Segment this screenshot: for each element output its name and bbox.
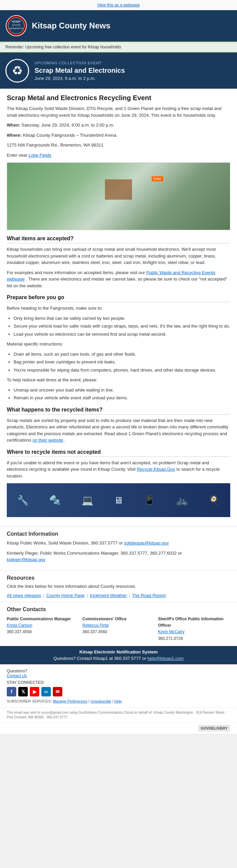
event-banner-text: Upcoming Collection Event Scrap Metal an… bbox=[35, 61, 125, 81]
youtube-icon[interactable]: ▶ bbox=[30, 687, 39, 696]
list-item: You're responsible for wiping data from … bbox=[14, 367, 230, 374]
prepare-bullets1: Only bring items that can be safely carr… bbox=[7, 315, 230, 338]
alert-bar: Reminder: Upcoming free collection event… bbox=[0, 41, 237, 53]
other-contacts-title: Other Contacts bbox=[7, 606, 230, 613]
recycle-icon-wrap: ♻ bbox=[5, 59, 29, 83]
list-item: Drain all items, such as yard care tools… bbox=[14, 351, 230, 358]
lobe-fields-link[interactable]: Lobe Fields bbox=[28, 153, 51, 158]
footer-notification-text: Questions? Contact Kitsap1 at 360.337.57… bbox=[3, 656, 234, 661]
subscriber-line: SUBSCRIBER SERVICES: Manage Preferences … bbox=[7, 699, 230, 703]
resources-intro: Click the links below for more informati… bbox=[7, 583, 230, 590]
reduce-label: To help reduce wait times at the event, … bbox=[7, 377, 230, 383]
contact-phone-1: 360.337.4560 bbox=[82, 629, 107, 634]
where-value: Kitsap County Fairgrounds – Thunderbird … bbox=[23, 133, 117, 138]
kpleger-email-link[interactable]: kpleger@kitsap.gov bbox=[7, 557, 45, 562]
govdelivery-logo: GOVDELIVERY bbox=[198, 725, 230, 732]
contact-col-2: Sheriff's Office Public Information Offi… bbox=[158, 616, 230, 642]
list-item: Bag printer and toner cartridges to prev… bbox=[14, 359, 230, 365]
help-kitsap-link[interactable]: help@kitsap1.com bbox=[147, 656, 184, 661]
footer-notification: Kitsap Electronic Notification System Qu… bbox=[0, 646, 237, 664]
all-news-releases-link[interactable]: All news releases bbox=[7, 593, 41, 598]
accepted-para2: For examples and more information on acc… bbox=[7, 269, 230, 289]
county-home-page-link[interactable]: County Home Page bbox=[46, 593, 85, 598]
contact-col-title-2: Sheriff's Office Public Information Offi… bbox=[158, 616, 230, 629]
when-field: When: Saturday, June 29, 2024, 9:00 a.m.… bbox=[7, 122, 230, 129]
email-header: KITSAP COUNTY WASHINGTON Kitsap County N… bbox=[0, 10, 237, 41]
top-link-bar: View this as a webpage bbox=[0, 0, 237, 10]
prepare-bullets3: Unstrap and uncover your load while wait… bbox=[7, 387, 230, 401]
page-title: Scrap Metal and Electronics Recycling Ev… bbox=[7, 94, 230, 102]
manage-prefs-link[interactable]: Manage Preferences bbox=[53, 699, 87, 703]
article-intro: The Kitsap County Solid Waste Division, … bbox=[7, 105, 230, 118]
linkedin-icon[interactable]: in bbox=[41, 687, 51, 696]
items-banner: 🔧 🔩 💻 🖥 📱 🚲 🍳 bbox=[7, 483, 230, 517]
email-wrapper: View this as a webpage KITSAP COUNTY WAS… bbox=[0, 0, 237, 734]
event-banner-date: June 29, 2024, 9 a.m. to 2 p.m. bbox=[35, 76, 125, 81]
contact-name-link-1[interactable]: Rebecca Pirtle bbox=[82, 623, 109, 628]
resources-links: All news releases | County Home Page | I… bbox=[7, 593, 230, 598]
separator: | bbox=[87, 593, 88, 598]
contact-us-link[interactable]: Contact Us bbox=[7, 673, 27, 678]
contact-name-link-0[interactable]: Krista Carlson bbox=[7, 623, 32, 628]
other-contacts-section: Other Contacts Public Communications Man… bbox=[0, 602, 237, 646]
contact-col-0: Public Communications Manager Krista Car… bbox=[7, 616, 79, 642]
recycle-icon: ♻ bbox=[12, 64, 23, 78]
item-icon-monitor: 🖥 bbox=[114, 495, 123, 506]
solidwaste-email-link[interactable]: solidwaste@kitsap.gov bbox=[124, 540, 169, 546]
prepare-bullets2: Drain all items, such as yard care tools… bbox=[7, 351, 230, 374]
list-item: Load your vehicle so electronics can be … bbox=[14, 331, 230, 338]
help-link[interactable]: Help bbox=[114, 699, 122, 703]
their-website-link[interactable]: on their website bbox=[33, 438, 63, 443]
contact-line2: Kimberly Pleger, Public Works Communicat… bbox=[7, 550, 230, 563]
contact-col-1: Commissioners' Office Rebecca Pirtle 360… bbox=[82, 616, 154, 642]
not-accepted-para: If you're unable to attend the event or … bbox=[7, 460, 230, 480]
address-field: 1275 NW Fairgrounds Rd., Bremerton, WA 9… bbox=[7, 142, 230, 149]
item-icon-drill: 🔩 bbox=[49, 495, 61, 506]
section-title-recycled: What happens to the recycled items? bbox=[7, 407, 230, 415]
map-image bbox=[7, 162, 230, 230]
resources-title: Resources bbox=[7, 575, 230, 581]
disclaimer-text: This email was sent to xxxxx@gmail.com u… bbox=[7, 711, 226, 719]
contact-line1: Kitsap Public Works, Solid Waste Divisio… bbox=[7, 540, 230, 547]
section-title-accepted: What items are accepted? bbox=[7, 236, 230, 243]
header-title: Kitsap County News bbox=[32, 21, 110, 30]
twitter-x-icon[interactable]: 𝕏 bbox=[18, 687, 28, 696]
contact-col-title-0: Public Communications Manager bbox=[7, 616, 79, 622]
item-icon-tools: 🔧 bbox=[17, 495, 29, 506]
contact-name-link-2[interactable]: Kevin McCarty bbox=[158, 629, 185, 634]
view-as-webpage-link[interactable]: View this as a webpage bbox=[97, 3, 140, 7]
inclement-weather-link[interactable]: Inclement Weather bbox=[90, 593, 127, 598]
disclaimer: This email was sent to xxxxx@gmail.com u… bbox=[0, 707, 237, 722]
facebook-icon[interactable]: f bbox=[7, 687, 16, 696]
road-report-link[interactable]: The Road Report bbox=[132, 593, 166, 598]
recycle-kitsap-link[interactable]: Recycle.Kitsap.Gov bbox=[137, 467, 175, 472]
contact-title: Contact Information bbox=[7, 531, 230, 537]
event-banner-title: Scrap Metal and Electronics bbox=[35, 66, 125, 74]
recycled-para: Scrap metals are sorted by property and … bbox=[7, 417, 230, 444]
email-social-icon[interactable]: ✉ bbox=[53, 687, 62, 696]
contact-phone-2: 360.271.0728 bbox=[158, 636, 183, 641]
item-icon-phone: 📱 bbox=[144, 495, 155, 506]
footer-notification-title: Kitsap Electronic Notification System bbox=[3, 649, 234, 654]
govdelivery-footer: GOVDELIVERY bbox=[0, 722, 237, 734]
contact-phone-0: 360.337.4558 bbox=[7, 629, 31, 634]
item-icon-bike: 🚲 bbox=[176, 495, 188, 506]
accepted-para1: Kitsap households can bring one carload … bbox=[7, 246, 230, 266]
material-label: Material specific instructions: bbox=[7, 341, 230, 348]
where-label: Where: bbox=[7, 133, 22, 138]
resources-section: Resources Click the links below for more… bbox=[0, 571, 237, 602]
main-content: Scrap Metal and Electronics Recycling Ev… bbox=[0, 89, 237, 527]
prepare-intro: Before heading to the Fairgrounds, make … bbox=[7, 305, 230, 312]
unsubscribe-link[interactable]: Unsubscribe bbox=[90, 699, 111, 703]
enter-text: Enter near Lobe Fields bbox=[7, 152, 230, 159]
section-title-prepare: Prepare before you go bbox=[7, 294, 230, 302]
list-item: Secure your vehicle load for safer roads… bbox=[14, 323, 230, 330]
county-logo: KITSAP COUNTY WASHINGTON bbox=[5, 15, 27, 37]
bottom-area: Questions? Contact Us STAY CONNECTED: f … bbox=[0, 664, 237, 707]
where-field: Where: Kitsap County Fairgrounds – Thund… bbox=[7, 132, 230, 139]
separator: | bbox=[43, 593, 44, 598]
event-banner: ♻ Upcoming Collection Event Scrap Metal … bbox=[0, 53, 237, 89]
subscriber-label: SUBSCRIBER SERVICES: bbox=[7, 699, 52, 703]
alert-text: Reminder: Upcoming free collection event… bbox=[5, 45, 121, 49]
list-item: Remain in your vehicle while event staff… bbox=[14, 395, 230, 401]
